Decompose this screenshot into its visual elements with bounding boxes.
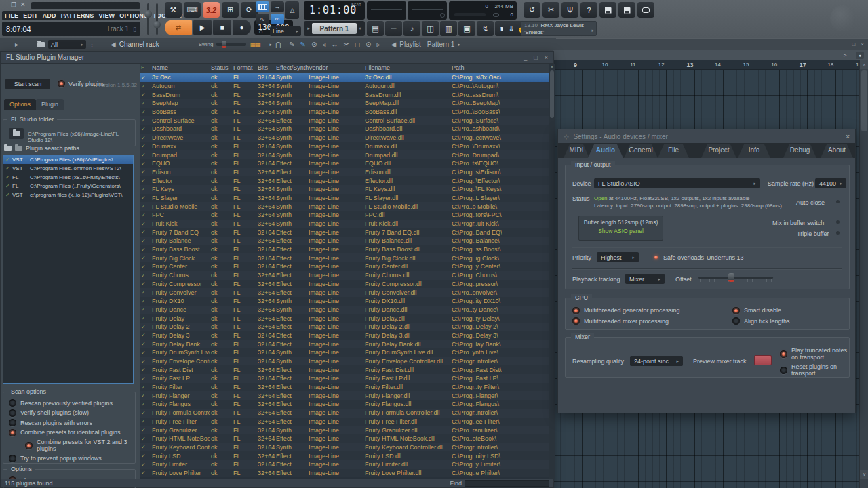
show-asio-panel-link[interactable]: Show ASIO panel [579,228,663,235]
playlist-minimize-icon[interactable]: – [844,41,846,47]
table-row[interactable]: ✓DirectWaveokFL32+64SynthImage-LineDirec… [140,134,555,142]
table-row[interactable]: ✓Fruity DX10okFL32+64SynthImage-LineFrui… [140,297,555,306]
start-scan-button[interactable]: Start scan [5,79,50,89]
table-row[interactable]: ✓Fruity ConvolverokFL32+64EffectImage-Li… [140,288,555,297]
column-header-format[interactable]: Format [232,64,256,73]
master-volume-slider[interactable] [156,3,158,35]
column-header-path[interactable]: Path [450,64,555,73]
scan-option-radio[interactable] [25,442,33,449]
table-row[interactable]: ✓Fruity Love PhilterokFL32+64EffectImage… [140,469,555,478]
table-row[interactable]: ✓EffectorokFL32+64EffectImage-LineEffect… [140,176,555,185]
table-row[interactable]: ✓Fruity GranulizerokFL32+64SynthImage-Li… [140,426,555,434]
help-icon[interactable]: ? [580,2,597,18]
column-header-status[interactable]: Status [210,64,232,73]
settings-tab-debug[interactable]: Debug [783,144,816,158]
magnet-icon[interactable]: ⋂ [275,41,281,48]
channel-filter-dropdown[interactable]: All▸ [48,40,86,49]
undo-icon[interactable]: ↺ [524,2,540,18]
channel-rack-label[interactable]: Channel rack [119,41,159,48]
detach-dots-icon[interactable]: ⋮ [90,42,94,47]
master-pitch-slider[interactable] [147,3,149,35]
settings-tab-file[interactable]: File [658,144,689,158]
column-header-bits[interactable]: Bits [256,64,275,73]
pm-maximize-icon[interactable]: □ [534,54,537,61]
select-icon[interactable]: ◻ [355,41,360,48]
table-row[interactable]: ✓FL KeysokFL32+64SynthImage-LineFL Keys.… [140,185,555,194]
scan-option-radio[interactable] [9,455,16,462]
table-row[interactable]: ✓DrumpadokFL32+64SynthImage-LineDrumpad.… [140,150,555,159]
pattern-add-icon[interactable]: ⊞ [222,2,239,18]
search-path-item[interactable]: ✓VSTC:\Program Files (x86)\VstPlugins\ [3,155,133,164]
preview-mixer-track-selector[interactable]: --- [754,355,772,365]
plugin-picker-icon[interactable]: ↯ [477,21,494,36]
settings-tab-info[interactable]: Info [738,144,770,158]
scroll-thumb[interactable] [861,70,867,131]
scan-option-radio[interactable] [9,429,16,436]
play-marker-icon[interactable]: ▸ [269,42,272,47]
recording-filter-icon[interactable]: ∿ [256,14,269,24]
scan-option-radio[interactable] [9,399,16,407]
save-icon[interactable] [599,2,616,18]
playlist-maximize-icon[interactable]: □ [852,41,855,47]
step-edit-icon[interactable]: → [271,1,284,12]
table-scroll-up-icon[interactable]: ∧ [549,64,555,69]
mixer-option-radio[interactable] [780,367,787,374]
table-row[interactable]: ✓BeepMapokFL32+64SynthImage-LineBeepMap.… [140,99,555,108]
settings-tab-project[interactable]: Project [701,144,736,158]
table-row[interactable]: ✓FL SlayerokFL32+64SynthImage-LineFL Sla… [140,194,555,203]
main-time-display[interactable]: 1:01:00 BEAT [304,1,365,20]
table-row[interactable]: ✓Fruity Envelope ControllerokFL32+64Synt… [140,357,555,366]
trash-icon[interactable]: ▯ [133,26,136,33]
playlist-scrollbar[interactable]: ∧ ∨ [859,60,868,488]
spectrum-monitor[interactable] [408,1,447,20]
scroll-down-icon[interactable]: ∨ [860,470,868,479]
cpu-option-radio[interactable] [732,317,740,325]
snap-selector[interactable]: Line▸ [270,26,301,36]
table-row[interactable]: ✓AutogunokFL32+64SynthImage-LineAutogun.… [140,82,555,91]
settings-tab-audio[interactable]: Audio [588,144,623,158]
browse-folder-button[interactable] [9,128,24,139]
search-path-item[interactable]: ✓VSTC:\Program Files..ommon Files\VST2\ [3,164,133,173]
table-row[interactable]: ✓Control SurfaceokFL32+64EffectImage-Lin… [140,116,555,125]
typing-keyboard-clock-icon[interactable]: ⌨ [184,2,201,18]
table-row[interactable]: ✓Fruity Delay 3okFL32+64EffectImage-Line… [140,331,555,340]
menu-item-view[interactable]: VIEW [99,12,115,19]
table-row[interactable]: ✓Fruity ChorusokFL32+64EffectImage-LineF… [140,271,555,280]
table-row[interactable]: ✓EQUOokFL32+64EffectImage-LineEQUO.dllC:… [140,159,555,168]
app-restore-icon[interactable]: ❐ [11,1,16,8]
pattern-song-toggle[interactable]: ⇄ [165,20,192,35]
scan-option-radio[interactable] [9,419,16,426]
scroll-up-icon[interactable]: ∧ [860,60,868,69]
typing-piano-icon[interactable] [256,1,269,12]
pattern-selector[interactable]: ▸ Pattern 1 + [304,21,365,36]
find-input[interactable] [465,480,549,487]
table-row[interactable]: ✓Fruity CompressorokFL32+64EffectImage-L… [140,280,555,289]
search-path-item[interactable]: ✓FLC:\Program Files (x8..s\Fruity\Effect… [3,173,133,182]
paperclip-icon[interactable]: ✎ [289,41,294,48]
record-button[interactable]: ● [233,20,251,35]
pattern-prev-icon[interactable]: ▸ [305,23,312,34]
hint-panel[interactable]: 13.10 RMX Jayce Lewis 'Shields' ▸ [521,21,597,36]
table-row[interactable]: ✓Fruity CenterokFL32+64EffectImage-LineF… [140,262,555,271]
table-row[interactable]: ✓Fruity LSDokFL32+64EffectImage-LineFrui… [140,451,555,460]
oscilloscope[interactable] [367,1,406,20]
import-tool-icon[interactable]: ⇓ [503,21,519,36]
table-row[interactable]: ✓Fruit KickokFL32+64SynthImage-LineFruit… [140,220,555,228]
column-header-effect-synth[interactable]: Effect/Synth [275,64,307,73]
stop-button[interactable]: ■ [213,20,231,35]
device-dropdown[interactable]: FL Studio ASIO▸ [594,178,760,188]
table-row[interactable]: ✓BassDrumokFL32+64SynthImage-LineBassDru… [140,90,555,99]
zoom-icon[interactable]: ⊙ [366,41,371,48]
table-row[interactable]: ✓BooBassokFL32+64SynthImage-LineBooBass.… [140,108,555,117]
plugin-table-scrollbar[interactable]: ∧ [549,64,555,479]
table-row[interactable]: ✓Fruity Fast LPokFL32+64EffectImage-Line… [140,374,555,383]
menu-item-add[interactable]: ADD [43,12,56,19]
column-header-f[interactable]: F [140,64,151,73]
mixer-option-radio[interactable] [780,350,787,358]
menu-item-file[interactable]: FILE [5,12,18,19]
play-button[interactable]: ▶ [193,20,212,35]
settings-close-icon[interactable]: × [846,133,850,140]
pm-tab-options[interactable]: Options [4,99,36,110]
search-paths-list[interactable]: ✓VSTC:\Program Files (x86)\VstPlugins\✓V… [3,155,134,384]
search-path-item[interactable]: ✓FLC:\Program Files (..Fruity\Generators… [3,182,133,190]
